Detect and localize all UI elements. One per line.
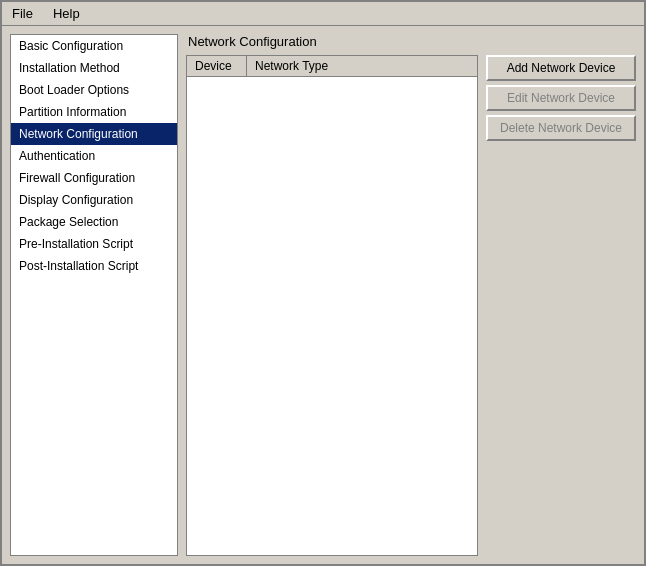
menu-help[interactable]: Help — [47, 4, 86, 23]
sidebar-item-authentication[interactable]: Authentication — [11, 145, 177, 167]
sidebar-item-boot-loader-options[interactable]: Boot Loader Options — [11, 79, 177, 101]
sidebar-item-partition-information[interactable]: Partition Information — [11, 101, 177, 123]
menubar: File Help — [2, 2, 644, 26]
sidebar-item-network-configuration[interactable]: Network Configuration — [11, 123, 177, 145]
delete-network-device-button: Delete Network Device — [486, 115, 636, 141]
sidebar-item-firewall-configuration[interactable]: Firewall Configuration — [11, 167, 177, 189]
menu-file[interactable]: File — [6, 4, 39, 23]
table-header: Device Network Type — [187, 56, 477, 77]
buttons-panel: Add Network DeviceEdit Network DeviceDel… — [486, 55, 636, 556]
add-network-device-button[interactable]: Add Network Device — [486, 55, 636, 81]
sidebar-item-display-configuration[interactable]: Display Configuration — [11, 189, 177, 211]
network-table: Device Network Type — [186, 55, 478, 556]
sidebar-item-basic-configuration[interactable]: Basic Configuration — [11, 35, 177, 57]
panel-title: Network Configuration — [186, 34, 636, 49]
sidebar: Basic ConfigurationInstallation MethodBo… — [10, 34, 178, 556]
network-type-column-header: Network Type — [247, 56, 477, 76]
panel-body: Device Network Type Add Network DeviceEd… — [186, 55, 636, 556]
sidebar-item-installation-method[interactable]: Installation Method — [11, 57, 177, 79]
sidebar-item-package-selection[interactable]: Package Selection — [11, 211, 177, 233]
sidebar-item-pre-installation-script[interactable]: Pre-Installation Script — [11, 233, 177, 255]
main-content: Basic ConfigurationInstallation MethodBo… — [2, 26, 644, 564]
right-panel: Network Configuration Device Network Typ… — [186, 34, 636, 556]
sidebar-item-post-installation-script[interactable]: Post-Installation Script — [11, 255, 177, 277]
main-window: File Help Basic ConfigurationInstallatio… — [0, 0, 646, 566]
edit-network-device-button: Edit Network Device — [486, 85, 636, 111]
table-body — [187, 77, 477, 555]
device-column-header: Device — [187, 56, 247, 76]
